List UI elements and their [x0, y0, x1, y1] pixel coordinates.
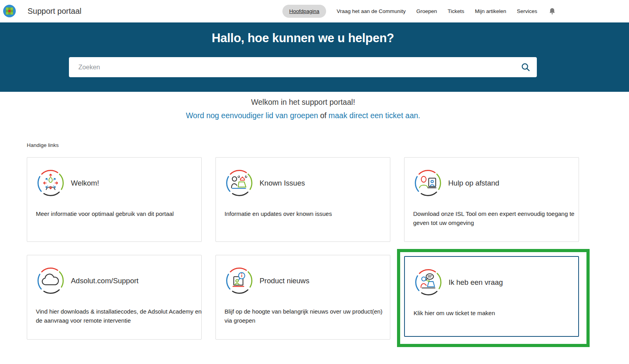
- section-heading-handige-links: Handige links: [27, 142, 59, 148]
- card-title: Hulp op afstand: [448, 179, 499, 188]
- create-ticket-link[interactable]: maak direct een ticket aan.: [328, 111, 420, 120]
- search-icon[interactable]: [514, 57, 537, 77]
- card-known-issues[interactable]: Known Issues Informatie en updates over …: [215, 157, 390, 242]
- card-description: Informatie en updates over known issues: [225, 209, 391, 218]
- card-description: Klik hier om uw ticket te maken: [414, 308, 580, 318]
- highlighted-card-container: Ik heb een vraag Klik hier om uw ticket …: [404, 255, 579, 340]
- notification-bell-icon[interactable]: [548, 7, 557, 16]
- nav-item-hoofdpagina[interactable]: Hoofdpagina: [282, 5, 326, 18]
- search-input[interactable]: [69, 57, 514, 77]
- card-description: Meer informatie voor optimaal gebruik va…: [36, 209, 202, 218]
- person-chat-laptop-icon: [414, 267, 443, 297]
- remote-assist-icon: [413, 168, 443, 198]
- nav-item-mijn-artikelen[interactable]: Mijn artikelen: [475, 8, 507, 14]
- nav-item-services[interactable]: Services: [517, 8, 537, 14]
- welcome-connector: of: [320, 111, 327, 120]
- cloud-icon: [36, 266, 65, 295]
- page-title: Support portaal: [28, 0, 82, 22]
- card-description: Blijf op de hoogte van belangrijk nieuws…: [225, 307, 391, 325]
- card-welkom[interactable]: Welkom! Meer informatie voor optimaal ge…: [27, 157, 202, 242]
- person-arrows-icon: [36, 168, 65, 198]
- nav-item-tickets[interactable]: Tickets: [447, 8, 464, 14]
- card-description: Vind hier downloads & installatiecodes, …: [36, 307, 202, 325]
- laptop-news-bubble-icon: [225, 266, 254, 295]
- card-adsolut-support[interactable]: Adsolut.com/Support Vind hier downloads …: [27, 255, 202, 340]
- card-title: Adsolut.com/Support: [71, 277, 139, 285]
- card-hulp-op-afstand[interactable]: Hulp op afstand Download onze ISL Tool o…: [404, 157, 579, 242]
- search-bar: [69, 57, 537, 77]
- groups-link[interactable]: Word nog eenvoudiger lid van groepen: [186, 111, 318, 120]
- main-nav: Hoofdpagina Vraag het aan de Community G…: [282, 0, 557, 22]
- app-logo-icon[interactable]: [3, 4, 16, 18]
- card-title: Known Issues: [260, 179, 305, 188]
- welcome-text: Welkom in het support portaal!: [27, 98, 579, 107]
- welcome-section: Welkom in het support portaal! Word nog …: [27, 98, 579, 120]
- nav-item-groepen[interactable]: Groepen: [416, 8, 437, 14]
- person-laptop-alarm-icon: [225, 168, 254, 198]
- welcome-links-line: Word nog eenvoudiger lid van groepenofma…: [27, 111, 579, 120]
- card-ik-heb-een-vraag[interactable]: Ik heb een vraag Klik hier om uw ticket …: [404, 256, 579, 337]
- card-title: Ik heb een vraag: [449, 278, 503, 287]
- card-title: Welkom!: [71, 179, 99, 188]
- card-title: Product nieuws: [260, 277, 309, 285]
- top-header: Support portaal Hoofdpagina Vraag het aa…: [0, 0, 629, 22]
- hero-banner: Hallo, hoe kunnen we u helpen?: [0, 22, 629, 92]
- quick-links-grid: Welkom! Meer informatie voor optimaal ge…: [27, 157, 579, 340]
- hero-heading: Hallo, hoe kunnen we u helpen?: [69, 22, 537, 46]
- nav-item-community[interactable]: Vraag het aan de Community: [337, 8, 406, 14]
- card-product-nieuws[interactable]: Product nieuws Blijf op de hoogte van be…: [215, 255, 390, 340]
- card-description: Download onze ISL Tool om een expert een…: [413, 209, 580, 227]
